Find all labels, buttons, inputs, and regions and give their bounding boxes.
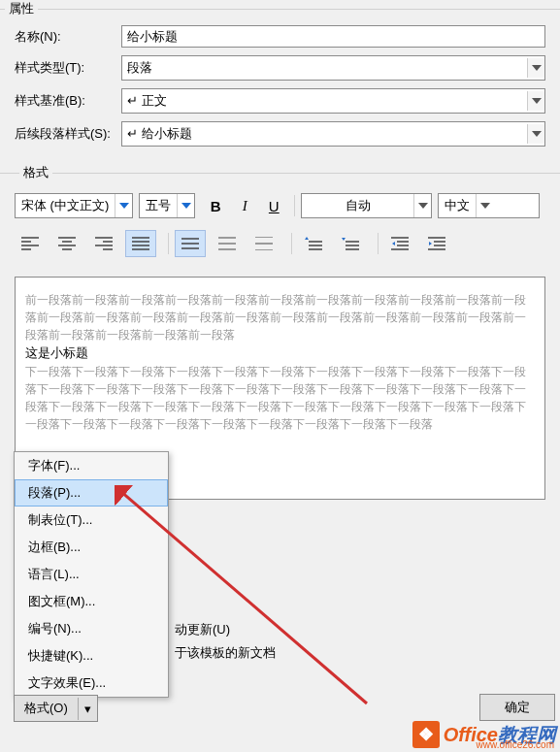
base-combo-value: ↵ 正文 [122, 89, 527, 113]
align-justify-button[interactable] [125, 230, 156, 257]
underline-button[interactable]: U [259, 193, 288, 218]
format-split-button[interactable]: 格式(O) ▾ [14, 695, 98, 722]
paragraph-toolbar [15, 230, 545, 257]
next-label: 后续段落样式(S): [15, 125, 121, 143]
align-right-button[interactable] [88, 230, 119, 257]
properties-group: 属性 名称(N): 样式类型(T): 段落 样式基准(B): ↵ 正文 后续段落… [0, 0, 560, 164]
font-family-select[interactable]: 宋体 (中文正文) [15, 193, 133, 218]
chevron-down-icon[interactable] [527, 124, 544, 144]
watermark-icon: ❖ [412, 721, 440, 748]
separator [294, 195, 295, 216]
menu-numbering[interactable]: 编号(N)... [15, 615, 168, 642]
linespace-1-5-button[interactable] [212, 230, 243, 257]
italic-button[interactable]: I [230, 193, 259, 218]
preview-next-text: 下一段落下一段落下一段落下一段落下一段落下一段落下一段落下一段落下一段落下一段落… [25, 363, 535, 433]
align-left-button[interactable] [15, 230, 46, 257]
menu-frame[interactable]: 图文框(M)... [15, 588, 168, 615]
format-group: 格式 宋体 (中文正文) 五号 B I U 自动 中文 [0, 164, 560, 277]
font-size-value: 五号 [140, 197, 177, 214]
separator [291, 233, 292, 254]
font-color-select[interactable]: 自动 [301, 193, 432, 218]
name-label: 名称(N): [15, 28, 121, 46]
menu-texteffect[interactable]: 文字效果(E)... [15, 670, 168, 697]
ok-button-label: 确定 [505, 699, 530, 716]
bold-button[interactable]: B [201, 193, 230, 218]
separator [378, 233, 379, 254]
linespace-2-button[interactable] [248, 230, 280, 257]
chevron-down-icon[interactable]: ▾ [78, 698, 97, 720]
menu-language[interactable]: 语言(L)... [15, 561, 168, 588]
type-combo-value: 段落 [122, 56, 527, 80]
base-label: 样式基准(B): [15, 92, 121, 110]
space-before-dec-button[interactable] [335, 230, 366, 257]
chevron-down-icon[interactable] [115, 194, 132, 217]
chevron-down-icon[interactable] [177, 194, 194, 217]
indent-dec-button[interactable] [384, 230, 415, 257]
format-legend: 格式 [19, 164, 52, 181]
preview-current-text: 这是小标题 [25, 343, 535, 363]
chevron-down-icon[interactable] [527, 58, 544, 78]
next-combo[interactable]: ↵ 给小标题 [121, 121, 545, 147]
font-family-value: 宋体 (中文正文) [16, 197, 115, 214]
menu-tabs[interactable]: 制表位(T)... [15, 507, 168, 534]
name-input[interactable] [121, 25, 545, 48]
linespace-1-button[interactable] [175, 230, 206, 257]
font-size-select[interactable]: 五号 [139, 193, 195, 218]
watermark-url: www.office26.com [477, 739, 554, 750]
chevron-down-icon[interactable] [527, 91, 544, 111]
font-toolbar: 宋体 (中文正文) 五号 B I U 自动 中文 [15, 193, 545, 218]
align-center-button[interactable] [51, 230, 82, 257]
separator [168, 233, 169, 254]
templatedocs-radio-label[interactable]: 于该模板的新文档 [175, 644, 276, 662]
language-select[interactable]: 中文 [438, 193, 540, 218]
preview-prev-text: 前一段落前一段落前一段落前一段落前一段落前一段落前一段落前一段落前一段落前一段落… [25, 291, 535, 343]
options-area: 动更新(U) 于该模板的新文档 [175, 621, 276, 668]
next-combo-value: ↵ 给小标题 [122, 122, 527, 146]
chevron-down-icon[interactable] [476, 194, 493, 217]
format-popup-menu: 字体(F)... 段落(P)... 制表位(T)... 边框(B)... 语言(… [14, 451, 169, 698]
space-before-inc-button[interactable] [298, 230, 329, 257]
format-button-label: 格式(O) [15, 696, 78, 721]
ok-button[interactable]: 确定 [479, 694, 555, 721]
type-label: 样式类型(T): [15, 59, 121, 77]
properties-legend: 属性 [5, 0, 38, 17]
menu-font[interactable]: 字体(F)... [15, 452, 168, 479]
type-combo[interactable]: 段落 [121, 55, 545, 81]
autoupdate-checkbox-label[interactable]: 动更新(U) [175, 621, 276, 638]
font-color-value: 自动 [302, 197, 413, 214]
menu-paragraph[interactable]: 段落(P)... [15, 479, 168, 507]
indent-inc-button[interactable] [421, 230, 452, 257]
chevron-down-icon[interactable] [413, 194, 431, 217]
base-combo[interactable]: ↵ 正文 [121, 88, 545, 114]
menu-border[interactable]: 边框(B)... [15, 534, 168, 561]
language-value: 中文 [439, 197, 476, 214]
menu-shortcut[interactable]: 快捷键(K)... [15, 642, 168, 670]
